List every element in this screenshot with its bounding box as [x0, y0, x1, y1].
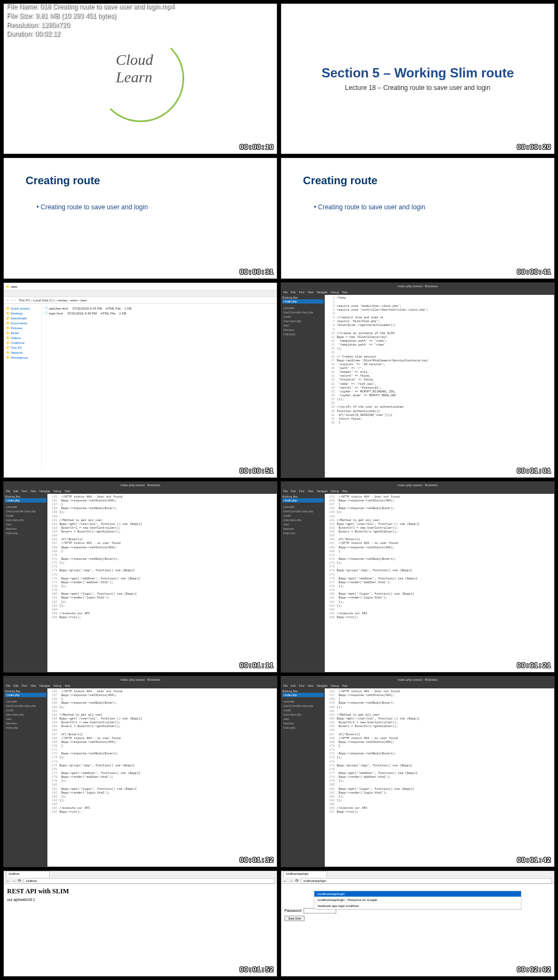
menu-item[interactable]: Help [342, 684, 348, 687]
file-tree-item[interactable]: htaccess [282, 721, 324, 725]
file-tree-item[interactable]: UserController.class.php [282, 509, 324, 513]
active-file[interactable]: • index.php [282, 498, 324, 503]
sidebar-item[interactable]: 📁 Quick access [6, 306, 39, 311]
file-tree-item[interactable]: User.class.php [282, 518, 324, 522]
active-file[interactable]: • index.php [282, 299, 324, 304]
thumbnail-9[interactable]: index.php (www) - Brackets FileEditFindV… [281, 676, 555, 867]
file-tree-item[interactable]: model [282, 513, 324, 518]
file-tree-item[interactable]: model [282, 708, 324, 712]
file-row[interactable]: 📄 addUser.html 07/31/2016 5:45 PM HTML F… [44, 306, 275, 311]
menu-item[interactable]: File [283, 684, 288, 687]
url-suggestion[interactable]: localhost/app/login [314, 891, 521, 897]
menu-item[interactable]: Help [65, 489, 70, 493]
sidebar-item[interactable]: 📁 Music [6, 330, 39, 335]
url-suggestion[interactable]: localhost/app/login - Pesquisa do Google [314, 897, 521, 903]
file-tree-item[interactable]: index.php [282, 531, 324, 535]
file-tree-item[interactable]: view [5, 717, 46, 721]
file-tree-item[interactable]: htaccess [5, 527, 46, 531]
sidebar-item[interactable]: 📁 This PC [6, 345, 39, 350]
menu-item[interactable]: Find [299, 489, 305, 493]
sidebar-item[interactable]: 📁 Videos [6, 335, 39, 340]
menu-item[interactable]: Edit [14, 684, 19, 687]
file-tree-item[interactable]: UserController.class.php [282, 704, 324, 708]
menu-item[interactable]: Debug [53, 684, 62, 687]
menu-item[interactable]: Edit [291, 684, 296, 687]
reload-icon[interactable]: ⟳ [295, 879, 299, 883]
thumbnail-5[interactable]: index.php (www) - Brackets FileEditFindV… [281, 282, 555, 477]
thumbnail-3[interactable]: Creating route • Creating route to save … [281, 158, 555, 280]
file-tree-item[interactable]: controller [282, 505, 324, 509]
forward-icon[interactable]: → [289, 879, 293, 883]
file-tree-item[interactable]: view [282, 323, 324, 328]
menu-item[interactable]: Edit [14, 489, 19, 493]
save-button[interactable]: Save User [284, 916, 305, 921]
menu-item[interactable]: Find [299, 291, 305, 294]
active-file[interactable]: • index.php [282, 693, 324, 697]
menu-item[interactable]: View [30, 489, 36, 493]
sidebar-item[interactable]: 📁 Homegroup [6, 355, 39, 360]
thumbnail-4[interactable]: 📁 view ← → ↑ This PC › Local Disk (C:) ›… [3, 282, 277, 477]
sidebar-item[interactable]: 📁 Desktop [6, 311, 39, 316]
file-tree-item[interactable]: controller [282, 306, 324, 310]
file-tree-item[interactable]: index.php [282, 332, 324, 336]
sidebar-item[interactable]: 📁 Documents [6, 320, 39, 325]
code-editor[interactable]: 156 //HTTP status 404 - User not found15… [47, 688, 277, 867]
menu-item[interactable]: Navigate [317, 291, 327, 294]
menu-item[interactable]: Debug [331, 684, 339, 687]
file-tree-item[interactable]: model [5, 513, 46, 518]
menu-item[interactable]: Debug [53, 489, 62, 493]
file-tree-item[interactable]: view [282, 717, 324, 721]
file-tree-item[interactable]: UserController.class.php [282, 310, 324, 314]
url-suggestion[interactable]: facebook app login localhost [314, 903, 521, 909]
menu-item[interactable]: Help [65, 684, 70, 687]
sidebar-item[interactable]: 📁 Downloads [6, 316, 39, 320]
file-tree-item[interactable]: UserController.class.php [5, 704, 46, 708]
file-tree-item[interactable]: User.class.php [5, 518, 46, 522]
address-bar[interactable]: localhost [23, 878, 275, 884]
file-tree-item[interactable]: index.php [5, 531, 46, 535]
file-tree-item[interactable]: User.class.php [282, 712, 324, 717]
address-bar[interactable]: localhost/app/login localhost/app/loginl… [301, 878, 552, 884]
menu-item[interactable]: Debug [331, 291, 339, 294]
menu-item[interactable]: File [283, 291, 288, 294]
reload-icon[interactable]: ⟳ [18, 879, 21, 883]
thumbnail-8[interactable]: index.php (www) - Brackets FileEditFindV… [3, 676, 277, 867]
menu-item[interactable]: File [6, 684, 10, 687]
thumbnail-6[interactable]: index.php (www) - Brackets FileEditFindV… [3, 481, 277, 673]
menu-item[interactable]: Edit [291, 489, 296, 493]
code-editor[interactable]: 155 //HTTP status 404 - User not found15… [325, 494, 554, 672]
menu-item[interactable]: Navigate [317, 684, 327, 687]
file-tree-item[interactable]: view [5, 522, 46, 527]
menu-item[interactable]: File [6, 489, 10, 493]
thumbnail-10[interactable]: localhost ← → ⟳ localhost REST API with … [3, 870, 277, 977]
menu-item[interactable]: Find [22, 684, 27, 687]
file-tree-item[interactable]: htaccess [282, 527, 324, 531]
menu-item[interactable]: View [307, 489, 313, 493]
file-tree-item[interactable]: UserController.class.php [5, 509, 46, 513]
active-file[interactable]: • index.php [5, 693, 46, 697]
file-tree-item[interactable]: index.php [5, 725, 46, 730]
menu-item[interactable]: View [30, 684, 36, 687]
file-tree-item[interactable]: controller [282, 699, 324, 704]
file-tree-item[interactable]: htaccess [5, 721, 46, 725]
file-tree-item[interactable]: controller [5, 699, 46, 704]
menu-item[interactable]: Find [22, 489, 27, 493]
menu-item[interactable]: Help [342, 489, 348, 493]
sidebar-item[interactable]: 📁 Pictures [6, 325, 39, 330]
file-tree-item[interactable]: User.class.php [282, 319, 324, 323]
menu-item[interactable]: View [307, 684, 313, 687]
code-editor[interactable]: 155 //HTTP status 404 - User not found15… [47, 494, 277, 672]
thumbnail-2[interactable]: Creating route • Creating route to save … [3, 158, 277, 280]
file-tree-item[interactable]: index.php [282, 725, 324, 730]
thumbnail-7[interactable]: index.php (www) - Brackets FileEditFindV… [281, 481, 555, 673]
browser-tab[interactable]: localhost [6, 871, 50, 878]
menu-item[interactable]: Find [299, 684, 305, 687]
file-row[interactable]: 📄 login.html 07/31/2016 5:45 PM HTML Fil… [44, 311, 275, 316]
explorer-path[interactable]: ← → ↑ This PC › Local Disk (C:) › xampp … [4, 297, 277, 304]
menu-item[interactable]: View [307, 291, 313, 294]
file-tree-item[interactable]: view [282, 522, 324, 527]
menu-item[interactable]: File [283, 489, 288, 493]
browser-tab[interactable]: localhost/app/login [283, 871, 327, 878]
menu-item[interactable]: Navigate [39, 684, 50, 687]
sidebar-item[interactable]: 📁 OneDrive [6, 340, 39, 345]
